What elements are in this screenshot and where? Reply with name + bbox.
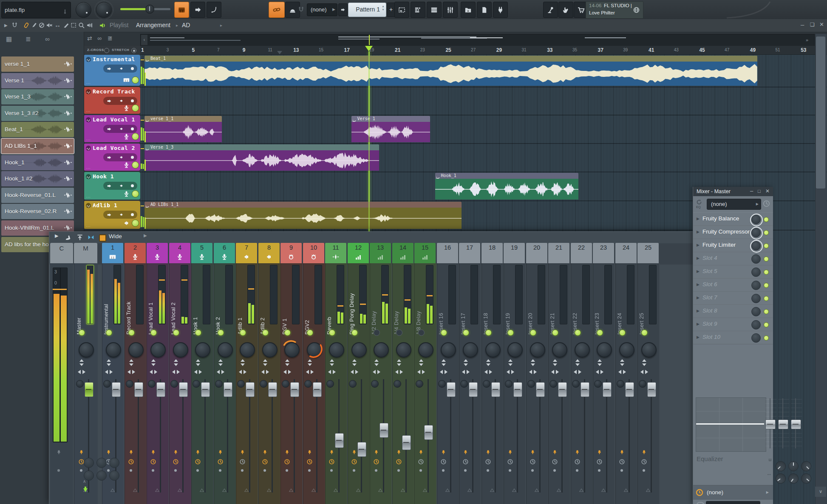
strip-pan-knob[interactable] [463,342,478,358]
playhead-marker[interactable] [365,46,373,51]
eq-knob-3[interactable] [109,458,119,468]
track-header-record-track[interactable]: Record Track... [84,87,140,114]
fx-slot-row[interactable]: ▶Slot 8 [693,304,773,318]
slip-arrows-icon[interactable]: ↔ [54,19,61,31]
eq-knob-2[interactable] [96,458,107,468]
strip-fader-thumb[interactable] [491,382,500,397]
mixer-channel-tab-9[interactable]: 9 [280,243,302,263]
strip-pan-knob[interactable] [173,342,188,358]
strip-stereo-knob[interactable] [170,380,178,388]
timeline-ruler[interactable]: 1357911131517192123252729313335373941434… [140,46,827,55]
eq-knob-4[interactable] [84,470,94,481]
stereo-sep-arrows[interactable] [597,359,602,366]
slot-enable-led[interactable] [764,270,769,275]
fx-time-row[interactable]: (none)▶ [693,486,773,500]
strip-plugin-icon[interactable] [418,448,424,456]
mixer-channel-tab-12[interactable]: 12 [348,243,369,263]
zoom-tool-icon[interactable] [78,22,85,29]
strip-mute-led[interactable] [307,329,313,336]
strip-stereo-knob[interactable] [438,380,446,388]
strip-latency-clock-icon[interactable] [552,459,558,465]
strip-route-triangle[interactable] [399,487,406,493]
slot-enable-led[interactable] [764,230,769,235]
strip-fader-thumb[interactable] [625,382,634,397]
strip-stereo-knob[interactable] [126,380,133,388]
strip-stereo-knob[interactable] [527,380,535,388]
strip-stereo-knob[interactable] [460,380,468,388]
strip-mute-led[interactable] [530,329,536,336]
mixer-channel-tab-21[interactable]: 21 [548,243,569,263]
slot-enable-led[interactable] [764,322,769,327]
shuttle-thumb[interactable] [145,5,154,14]
strip-latency-clock-icon[interactable] [150,459,156,465]
mixer-view-arrow-icon[interactable]: ▶ [144,233,147,238]
strip-mute-led[interactable] [641,329,648,336]
preview-speaker-icon[interactable] [99,22,107,29]
delete-tool-icon[interactable] [38,22,45,29]
strip-stereo-knob[interactable] [103,380,111,388]
strip-fader-thumb[interactable] [179,382,188,397]
slot-mix-knob[interactable] [750,240,763,253]
master-route-down-icon[interactable] [82,487,89,493]
slot-mix-knob[interactable] [750,279,763,292]
playlist-clip[interactable]: Beat_1 [144,56,757,86]
strip-route-triangle[interactable] [288,487,295,493]
strip-stereo-knob[interactable] [282,380,289,388]
slot-arrow-icon[interactable]: ▶ [697,252,700,265]
track-instrument-icon[interactable] [123,104,130,112]
pan-arrows[interactable] [507,369,514,374]
strip-latency-clock-icon[interactable] [351,459,357,465]
slot-arrow-icon[interactable]: ▶ [697,331,700,344]
mixer-channel-tab-11[interactable]: 11 [325,243,346,263]
slot-mix-knob[interactable] [750,214,763,226]
vscroll-thumb[interactable] [816,37,825,189]
mixer-dock-icon[interactable] [87,234,95,241]
dot-icon[interactable] [131,184,134,187]
strip-pan-knob[interactable] [128,342,144,358]
mixer-channel-tab-7[interactable]: 7 [236,243,257,263]
strip-pan-knob[interactable] [441,342,456,358]
stereo-sep-arrows[interactable] [329,359,334,366]
strip-pan-knob[interactable] [106,342,121,358]
strip-fader-thumb[interactable] [469,382,478,397]
stereo-sep-arrows[interactable] [218,359,223,366]
route-arrow-icon[interactable] [107,127,112,132]
pan-arrows[interactable] [78,369,85,374]
speaker-small-icon[interactable] [119,127,124,131]
fx-maximize-button[interactable]: □ [758,187,761,195]
strip-fader-thumb[interactable] [335,433,344,448]
strip-fader-thumb[interactable] [85,382,93,397]
strip-pan-knob[interactable] [552,342,567,358]
stereo-sep-arrows[interactable] [419,359,424,366]
slot-arrow-icon[interactable]: ▶ [697,225,700,238]
stereo-sep-arrows[interactable] [285,359,290,366]
strip-stereo-knob[interactable] [617,380,624,388]
strip-plugin-icon[interactable] [239,448,246,456]
stereo-sep-arrows[interactable] [530,359,535,366]
strip-latency-clock-icon[interactable] [329,459,335,465]
pan-arrows[interactable] [239,369,246,374]
strip-mute-led[interactable] [441,329,447,336]
mixer-channel-tab-25[interactable]: 25 [637,243,659,263]
strip-latency-clock-icon[interactable] [173,459,179,465]
pan-arrows[interactable] [484,369,492,374]
strip-route-triangle[interactable] [533,487,540,493]
playlist-panel-button[interactable] [394,2,409,18]
playlist-clip[interactable]: Verse 1_3 [144,144,379,171]
pan-arrows[interactable] [440,369,447,374]
strip-fader-thumb[interactable] [134,382,143,397]
strip-stereo-knob[interactable] [260,380,267,388]
strip-mute-led[interactable] [619,329,626,336]
strip-plugin-icon[interactable] [195,448,201,456]
mixer-channel-tab-24[interactable]: 24 [615,243,637,263]
strip-stereo-knob[interactable] [549,380,557,388]
strip-latency-clock-icon[interactable] [262,459,268,465]
strip-plugin-icon[interactable] [373,448,380,456]
stereo-sep-arrows[interactable] [240,359,245,366]
stereo-sep-arrows[interactable] [263,359,268,366]
strip-latency-clock-icon[interactable] [418,459,424,465]
stereo-sep-arrows[interactable] [173,359,178,366]
strip-plugin-icon[interactable] [440,448,447,456]
track-dots[interactable]: ... [86,108,91,113]
keyboard-target-selector[interactable]: (none)▶ [307,3,337,16]
